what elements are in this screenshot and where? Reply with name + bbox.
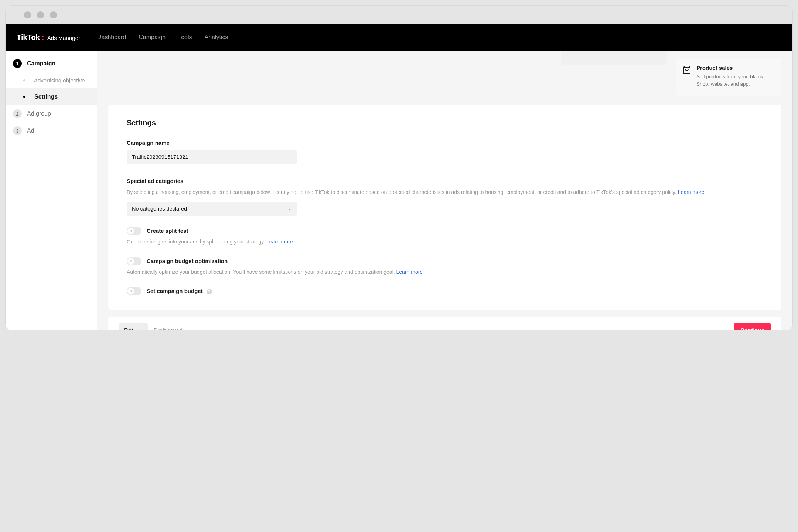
nav-tools[interactable]: Tools <box>178 34 192 41</box>
product-sales-desc: Sell products from your TikTok Shop, web… <box>696 73 775 88</box>
learn-more-link[interactable]: Learn more <box>266 239 293 245</box>
objective-card-ghost <box>561 51 667 65</box>
product-sales-title: Product sales <box>696 65 775 71</box>
brand-logo: TikTok: Ads Manager <box>17 33 80 42</box>
campaign-budget-toggle[interactable] <box>127 287 141 295</box>
settings-heading: Settings <box>127 119 763 127</box>
continue-button[interactable]: Continue <box>734 323 771 330</box>
split-test-label: Create split test <box>147 228 188 234</box>
brand-name: TikTok <box>17 33 40 42</box>
nav-campaign[interactable]: Campaign <box>139 34 166 41</box>
cbo-toggle[interactable] <box>127 257 141 265</box>
top-nav: TikTok: Ads Manager Dashboard Campaign T… <box>6 24 792 51</box>
sidebar-sub-objective[interactable]: Advertising objective <box>6 72 97 88</box>
settings-panel: Settings Campaign name Special ad catego… <box>108 105 781 310</box>
nav-analytics[interactable]: Analytics <box>205 34 228 41</box>
split-test-help: Get more insights into your ads by split… <box>127 238 763 246</box>
draft-status: Draft saved <box>154 327 182 330</box>
main-content: Product sales Sell products from your Ti… <box>97 51 792 330</box>
campaign-name-input[interactable] <box>127 150 297 164</box>
step-label-adgroup: Ad group <box>27 110 51 117</box>
chevron-down-icon: ⌄ <box>288 206 291 211</box>
traffic-light-min[interactable] <box>37 11 44 18</box>
traffic-light-max[interactable] <box>50 11 57 18</box>
sub-label-objective: Advertising objective <box>34 77 85 83</box>
bullet-icon <box>23 96 25 98</box>
objective-card-product-sales[interactable]: Product sales Sell products from your Ti… <box>676 58 781 96</box>
sidebar-step-campaign[interactable]: 1 Campaign <box>6 55 97 72</box>
learn-more-link[interactable]: Learn more <box>396 269 423 275</box>
categories-select-value: No categories declared <box>132 206 187 212</box>
sidebar-step-ad[interactable]: 3 Ad <box>6 122 97 139</box>
learn-more-link[interactable]: Learn more <box>678 189 705 195</box>
step-number-2: 2 <box>13 109 22 118</box>
sidebar-sub-settings[interactable]: Settings <box>6 88 97 105</box>
step-label-campaign: Campaign <box>27 60 55 67</box>
cbo-help: Automatically optimize your budget alloc… <box>127 268 763 276</box>
categories-select[interactable]: No categories declared ⌄ <box>127 202 297 216</box>
step-label-ad: Ad <box>27 127 34 134</box>
exit-button[interactable]: Exit ⌄ <box>119 323 148 330</box>
campaign-name-label: Campaign name <box>127 140 763 146</box>
campaign-budget-label: Set campaign budget ? <box>147 288 212 294</box>
help-icon[interactable]: ? <box>207 289 212 294</box>
brand-colon: : <box>42 33 44 42</box>
window-titlebar <box>6 6 792 24</box>
sidebar: 1 Campaign Advertising objective Setting… <box>6 51 97 330</box>
brand-suffix: Ads Manager <box>47 35 80 41</box>
traffic-light-close[interactable] <box>24 11 31 18</box>
special-categories-label: Special ad categories <box>127 178 763 184</box>
cbo-label: Campaign budget optimization <box>147 258 228 264</box>
sub-label-settings: Settings <box>34 93 58 100</box>
nav-dashboard[interactable]: Dashboard <box>97 34 126 41</box>
footer-bar: Exit ⌄ Draft saved Continue <box>108 317 781 330</box>
step-number-1: 1 <box>13 59 22 68</box>
special-categories-help: By selecting a housing, employment, or c… <box>127 188 763 197</box>
split-test-toggle[interactable] <box>127 227 141 235</box>
shopping-bag-icon <box>682 65 691 74</box>
step-number-3: 3 <box>13 126 22 135</box>
bullet-icon <box>23 79 25 81</box>
sidebar-step-adgroup[interactable]: 2 Ad group <box>6 105 97 122</box>
chevron-down-icon: ⌄ <box>139 327 143 330</box>
